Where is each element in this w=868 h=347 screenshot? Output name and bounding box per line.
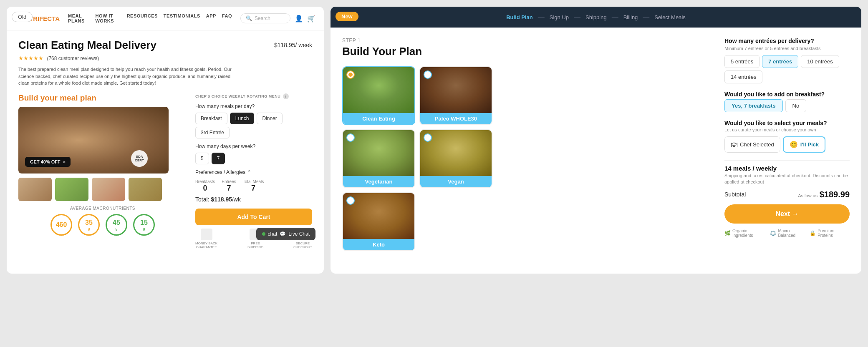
chef-selected-btn[interactable]: 🍽 Chef Selected: [724, 136, 780, 153]
meal-label-vegetarian: Vegetarian: [343, 176, 414, 187]
subtotal-price-area: As low as $189.99: [798, 190, 850, 199]
meal-card-paleo[interactable]: Paleo WHOLE30: [419, 66, 492, 125]
hero-price: $118.95/ week: [274, 42, 312, 48]
q-meals-per-day: How many meals per day?: [195, 103, 312, 109]
carbs-unit: g: [115, 226, 117, 231]
hero-description: The best prepared clean meal plan design…: [18, 66, 235, 87]
old-hero: Clean Eating Meal Delivery $118.95/ week…: [7, 30, 324, 87]
total-display: Total: $118.95/wk: [195, 196, 312, 203]
entrees-options: 5 entrées 7 entrées 10 entrées 14 entrée…: [724, 55, 850, 83]
entrees-10-btn[interactable]: 10 entrées: [801, 55, 839, 68]
radio-clean-eating: [346, 70, 355, 79]
meal-options-row: Breakfast Lunch Dinner 3rd Entrée: [195, 113, 312, 138]
radio-vegetarian: [346, 133, 355, 142]
breakfasts-col: Breakfasts 0: [195, 179, 215, 193]
breakfast-option[interactable]: Breakfast: [195, 113, 227, 124]
organic-label: Organic Ingredients: [732, 229, 767, 238]
meal-card-clean-eating[interactable]: Clean Eating: [342, 66, 415, 125]
meal-select-sub: Let us curate your meals or choose your …: [724, 127, 850, 132]
day-options-row: 5 7: [195, 153, 312, 164]
nav-step-select-meals[interactable]: Select Meals: [654, 14, 685, 20]
promo-badge[interactable]: GET 40% OFF ×: [25, 157, 71, 167]
entree3-option[interactable]: 3rd Entrée: [195, 127, 230, 138]
chef-btn-label: Chef Selected: [740, 141, 774, 148]
meal-card-keto[interactable]: Keto: [342, 192, 415, 251]
meal-select-question: Would you like to select your meals?: [724, 120, 850, 126]
next-button[interactable]: Next →: [724, 204, 850, 224]
user-icon[interactable]: 👤: [295, 15, 303, 23]
money-back-label: MONEY BACKGUARANTEE: [195, 241, 217, 249]
meal-select-options: 🍽 Chef Selected 😊 I'll Pick: [724, 136, 850, 153]
organic-icon: 🌿: [724, 230, 731, 236]
nav-app[interactable]: APP: [206, 13, 216, 23]
meal-type-grid: Clean Eating Paleo WHOLE30 Vegetarian: [342, 66, 492, 251]
carbs-circle: 45 g: [106, 214, 127, 236]
breakfast-no-btn[interactable]: No: [785, 99, 807, 112]
nav-resources[interactable]: RESOURCES: [127, 13, 158, 23]
dinner-option[interactable]: Dinner: [257, 113, 282, 124]
new-body: STEP 1 Build Your Plan Clean Eating Pale…: [331, 28, 861, 261]
pick-btn-label: I'll Pick: [800, 141, 819, 148]
promo-close[interactable]: ×: [63, 159, 66, 164]
breakfast-question: Would you like to add on breakfast?: [724, 91, 850, 98]
nav-step-billing[interactable]: Billing: [623, 14, 638, 20]
cart-icon[interactable]: 🛒: [307, 15, 315, 23]
promo-text: GET 40% OFF: [30, 159, 61, 164]
add-to-cart-button[interactable]: Add To Cart: [195, 209, 312, 225]
total-unit: /wk: [232, 196, 241, 203]
protein-trust-label: Premium Proteins: [818, 229, 850, 238]
nav-step-build-plan[interactable]: Build Plan: [506, 14, 533, 20]
days-5-option[interactable]: 5: [195, 153, 209, 164]
live-chat-button[interactable]: chat 💬 Live Chat: [256, 228, 315, 240]
info-icon[interactable]: i: [283, 93, 289, 99]
menu-label: CHEF'S CHOICE WEEKLY ROTATING MENU: [195, 94, 280, 98]
meals-weekly-sub: Shipping and taxes calculated at checkou…: [724, 173, 850, 186]
money-back-icon: [201, 229, 212, 240]
thumb-1[interactable]: [18, 178, 52, 201]
nav-step-shipping[interactable]: Shipping: [585, 14, 607, 20]
macro-protein: 35 g: [78, 214, 100, 236]
macros-label: AVERAGE MACRONUTRIENTS: [18, 206, 187, 211]
days-7-option[interactable]: 7: [212, 153, 225, 164]
radio-paleo: [424, 70, 432, 79]
live-chat-text: Live Chat: [288, 231, 310, 237]
step-billing-label: Billing: [623, 14, 638, 20]
lunch-option[interactable]: Lunch: [230, 113, 255, 124]
thumb-4[interactable]: [129, 178, 162, 201]
breakfast-yes-btn[interactable]: Yes, 7 breakfasts: [724, 99, 783, 112]
food-image: GET 40% OFF × SDACERT: [18, 107, 169, 174]
meal-card-vegetarian[interactable]: Vegetarian: [342, 129, 415, 188]
nav-testimonials[interactable]: TESTIMONIALS: [164, 13, 200, 23]
meal-card-vegan[interactable]: Vegan: [419, 129, 492, 188]
nav-step-sign-up[interactable]: Sign Up: [550, 14, 569, 20]
fat-circle: 15 g: [133, 214, 155, 236]
thumb-3[interactable]: [92, 178, 125, 201]
meals-weekly-label: 14 meals / weekly: [724, 165, 850, 172]
star-rating: ★★★★★: [18, 55, 43, 61]
entrees-label: Entrées: [222, 179, 236, 184]
total-meals-label: Total Meals: [243, 179, 264, 184]
nav-faq[interactable]: FAQ: [222, 13, 232, 23]
subtotal-label: Subtotal: [724, 191, 746, 198]
macros-section: AVERAGE MACRONUTRIENTS 460 35 g: [18, 206, 187, 236]
secure-checkout-label: SECURECHECKOUT: [293, 241, 312, 249]
thumb-2[interactable]: [55, 178, 88, 201]
menu-header: CHEF'S CHOICE WEEKLY ROTATING MENU i: [195, 93, 312, 99]
chat-online-dot: [262, 232, 265, 236]
radio-vegan: [424, 133, 432, 142]
entrees-col: Entrées 7: [222, 179, 236, 193]
old-left-section: Build your meal plan GET 40% OFF × SDACE…: [18, 93, 187, 249]
step-sign-up-label: Sign Up: [550, 14, 569, 20]
preferences-toggle[interactable]: Preferences / Allergies ⌃: [195, 169, 312, 175]
entrees-14-btn[interactable]: 14 entrées: [724, 70, 762, 83]
macro-row: 460 35 g 45 g: [18, 214, 187, 236]
entrees-5-btn[interactable]: 5 entrées: [724, 55, 760, 68]
chef-icon: 🍽: [731, 141, 737, 148]
search-placeholder: Search: [255, 15, 270, 21]
search-bar[interactable]: 🔍 Search: [240, 13, 290, 23]
entrees-7-btn[interactable]: 7 entrées: [762, 55, 798, 68]
nav-how-it-works[interactable]: HOW IT WORKS: [95, 13, 121, 23]
i-ll-pick-btn[interactable]: 😊 I'll Pick: [783, 136, 825, 153]
old-panel: Old TRIFECTA MEAL PLANS HOW IT WORKS RES…: [7, 7, 324, 274]
nav-meal-plans[interactable]: MEAL PLANS: [68, 13, 89, 23]
